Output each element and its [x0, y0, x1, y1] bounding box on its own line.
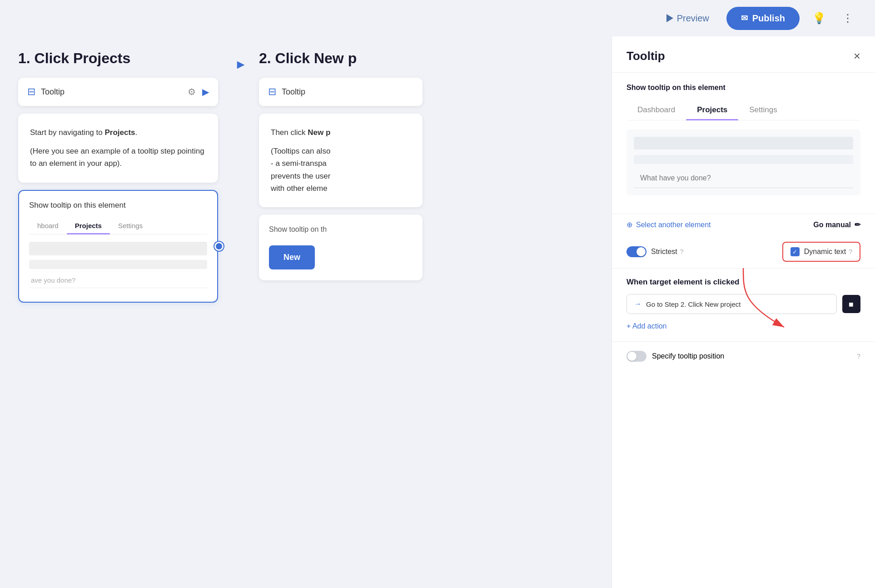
step1-tooltip-icon: ⊟ [27, 86, 35, 98]
action-section-title: When target element is clicked [626, 278, 860, 287]
panel-element-section: Show tooltip on this element Dashboard P… [612, 73, 875, 214]
dynamic-text-box: ✓ Dynamic text ? [782, 242, 860, 262]
crosshair-icon: ⊕ [626, 220, 632, 229]
action-arrow-icon: → [634, 300, 641, 308]
specify-left: Specify tooltip position [626, 351, 724, 362]
publish-send-icon: ✉ [741, 13, 748, 23]
panel-element-actions: ⊕ Select another element Go manual ✏ [612, 214, 875, 235]
step1-tooltip-label: ⊟ Tooltip [27, 86, 65, 98]
strictest-help-icon[interactable]: ? [680, 248, 684, 255]
right-panel: Tooltip × Show tooltip on this element D… [612, 36, 875, 588]
step-arrow-connector: ► [227, 50, 254, 574]
publish-button[interactable]: ✉ Publish [726, 7, 800, 30]
step1-gear-icon[interactable]: ⚙ [188, 86, 196, 97]
step-1-column: 1. Click Projects ⊟ Tooltip ⚙ ▶ [9, 50, 227, 574]
specify-label: Specify tooltip position [652, 352, 724, 360]
action-diamond-button[interactable]: ◆ [842, 295, 860, 313]
preview-button[interactable]: Preview [658, 9, 717, 28]
specify-toggle-knob [627, 352, 636, 361]
dynamic-text-help-icon[interactable]: ? [849, 248, 852, 255]
step1-tooltip-card: ⊟ Tooltip ⚙ ▶ [18, 78, 218, 106]
diamond-icon: ◆ [846, 299, 856, 309]
specify-toggle[interactable] [626, 351, 646, 362]
select-element-button[interactable]: ⊕ Select another element [626, 220, 711, 229]
step1-element-selector-card: Show tooltip on this element hboard Proj… [18, 190, 218, 303]
dynamic-text-label: Dynamic text ? [804, 248, 852, 256]
step1-content-para1: Start by navigating to Projects. [30, 126, 206, 139]
step2-new-button[interactable]: New [269, 245, 315, 269]
step1-content-para2: (Here you see an example of a tooltip st… [30, 145, 206, 169]
strictest-toggle-container: Strictest ? [626, 246, 684, 257]
panel-section-label: Show tooltip on this element [626, 84, 860, 92]
action-item: → Go to Step 2. Click New project [626, 294, 837, 314]
panel-tab-dashboard[interactable]: Dashboard [626, 100, 686, 120]
step-2-column: 2. Click New p ⊟ Tooltip Then click New … [254, 50, 427, 574]
panel-specify-section: Specify tooltip position ? [612, 341, 875, 371]
step1-play-button[interactable]: ▶ [202, 86, 209, 97]
specify-help-icon[interactable]: ? [857, 353, 860, 360]
action-row: → Go to Step 2. Click New project ◆ [626, 294, 860, 314]
step2-tooltip-card: ⊟ Tooltip [259, 78, 423, 106]
step1-connector-dot [214, 242, 224, 251]
panel-action-section: When target element is clicked → Go to S… [612, 268, 875, 341]
panel-options-row: Strictest ? ✓ Dynamic text ? [612, 235, 875, 268]
step1-content-card: Start by navigating to Projects. (Here y… [18, 114, 218, 183]
panel-header: Tooltip × [612, 36, 875, 73]
step1-tooltip-header: ⊟ Tooltip ⚙ ▶ [18, 78, 218, 106]
publish-label: Publish [752, 13, 785, 24]
step1-tab-settings[interactable]: Settings [110, 217, 151, 234]
step-2-title: 2. Click New p [259, 50, 423, 67]
more-options-button[interactable]: ⋮ [839, 8, 857, 28]
panel-tabs: Dashboard Projects Settings [626, 100, 860, 120]
step2-tooltip-label: ⊟ Tooltip [268, 86, 305, 98]
panel-title: Tooltip [626, 49, 665, 63]
panel-close-button[interactable]: × [854, 49, 860, 63]
step2-element-selector-card: Show tooltip on th New [259, 214, 423, 280]
step2-tooltip-icon: ⊟ [268, 86, 276, 98]
step-arrow-right-icon: ► [234, 57, 247, 72]
step1-mini-tabs: hboard Projects Settings [29, 217, 207, 234]
strictest-label: Strictest ? [651, 248, 684, 256]
add-action-button[interactable]: + Add action [626, 320, 667, 332]
panel-tab-settings[interactable]: Settings [738, 100, 788, 120]
step2-content-card: Then click New p (Tooltips can also- a s… [259, 114, 423, 207]
step2-tooltip-header: ⊟ Tooltip [259, 78, 423, 106]
specify-row: Specify tooltip position ? [626, 351, 860, 362]
panel-mock-app [626, 130, 860, 195]
main-content-area: 1. Click Projects ⊟ Tooltip ⚙ ▶ [0, 36, 684, 588]
dynamic-text-checkbox[interactable]: ✓ [790, 247, 800, 256]
steps-container: 1. Click Projects ⊟ Tooltip ⚙ ▶ [0, 36, 684, 588]
step2-content-para1: Then click New p [271, 126, 411, 139]
step1-tab-dashboard[interactable]: hboard [29, 217, 67, 234]
go-manual-button[interactable]: Go manual ✏ [813, 220, 860, 229]
step2-element-label: Show tooltip on th [269, 225, 413, 234]
step1-tab-projects[interactable]: Projects [67, 217, 110, 234]
panel-tab-projects[interactable]: Projects [686, 100, 738, 120]
step1-tooltip-actions: ⚙ ▶ [188, 86, 209, 97]
step1-element-selector-title: Show tooltip on this element [29, 201, 207, 210]
step2-content-para2: (Tooltips can also- a semi-transpapreven… [271, 145, 411, 194]
step1-mini-input[interactable]: ave you done? [29, 273, 207, 288]
preview-play-icon [666, 14, 673, 22]
strictest-toggle[interactable] [626, 246, 646, 257]
help-icon-button[interactable]: 💡 [809, 8, 830, 28]
panel-mock-input[interactable] [634, 169, 853, 188]
strictest-toggle-knob [636, 247, 646, 256]
step-1-title: 1. Click Projects [18, 50, 218, 67]
edit-icon: ✏ [855, 220, 860, 229]
top-bar: Preview ✉ Publish 💡 ⋮ [0, 0, 875, 36]
preview-label: Preview [677, 13, 709, 24]
